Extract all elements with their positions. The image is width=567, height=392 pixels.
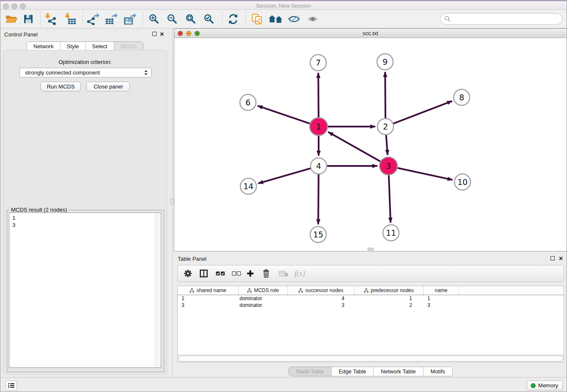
graph-edge-4-14[interactable]	[258, 168, 311, 184]
scrollbar-thumb[interactable]	[178, 356, 563, 362]
tab-style[interactable]: Style	[60, 42, 85, 51]
zoom-out-button[interactable]	[165, 12, 180, 26]
function-builder-button-disabled: f(x)	[295, 269, 305, 278]
graph-edge-1-7[interactable]	[318, 73, 319, 117]
search-input[interactable]	[440, 13, 562, 25]
close-panel-button[interactable]: Close panel	[86, 82, 130, 91]
toolbar-separator	[143, 12, 143, 26]
graph-edge-4-15[interactable]	[318, 174, 319, 224]
graph-edge-2-9[interactable]	[385, 72, 385, 118]
export-table-button[interactable]	[104, 12, 119, 26]
table-cell-shared_name: 3	[178, 302, 239, 309]
table-panel-tabs: Node Table Edge Table Network Table Moti…	[289, 367, 453, 376]
export-network-button[interactable]	[85, 12, 101, 26]
column-header-mcds-role[interactable]: MCDS role	[239, 286, 288, 295]
table-settings-button[interactable]	[184, 269, 192, 278]
control-panel-float-button[interactable]	[152, 32, 157, 36]
table-header-row: shared name MCDS role	[178, 286, 564, 295]
create-column-button[interactable]	[247, 270, 254, 277]
graph-node-label-14: 14	[243, 182, 253, 191]
select-all-columns-button[interactable]	[216, 271, 225, 276]
criterion-dropdown-value: strongly connected component	[25, 69, 100, 76]
column-header-successor-nodes[interactable]: successor nodes	[288, 286, 355, 295]
control-panel-title: Control Panel	[4, 31, 38, 38]
window-title: Session: New Session	[0, 3, 567, 9]
import-network-icon	[44, 13, 56, 25]
open-file-button[interactable]	[4, 12, 19, 26]
show-all-button[interactable]	[305, 12, 320, 26]
graph-edge-3-11[interactable]	[389, 175, 391, 223]
graph-node-label-1: 1	[316, 122, 321, 131]
column-header-shared-name[interactable]: shared name	[178, 286, 239, 295]
status-bar: Memory	[0, 377, 567, 392]
network-window-resize-grip[interactable]	[367, 248, 374, 251]
column-header-name[interactable]: name	[424, 286, 459, 295]
zoom-selected-button[interactable]	[201, 12, 217, 26]
zoom-out-icon	[166, 13, 178, 25]
task-history-button[interactable]	[6, 381, 17, 390]
table-cell-successor_nodes: 4	[288, 295, 355, 302]
table-toolbar: f(x)	[177, 265, 564, 282]
tab-network-table[interactable]: Network Table	[373, 367, 423, 376]
table-cell-successor_nodes: 3	[288, 302, 355, 309]
control-panel-close-button[interactable]: ×	[160, 31, 164, 37]
table-panel-float-button[interactable]	[550, 256, 555, 260]
graph-edge-2-3[interactable]	[386, 135, 388, 155]
table-body: 1dominator4113dominator323	[178, 295, 564, 309]
graph-edge-2-8[interactable]	[394, 101, 452, 124]
duplicate-network-button[interactable]	[249, 12, 264, 26]
delete-table-button-disabled	[279, 270, 288, 277]
graph-edge-3-1[interactable]	[328, 132, 380, 161]
tab-select[interactable]: Select	[85, 42, 114, 51]
tab-network[interactable]: Network	[27, 42, 60, 51]
table-cell-mcds_role: dominator	[239, 302, 288, 309]
graph-node-label-3: 3	[386, 161, 391, 171]
criterion-dropdown[interactable]: strongly connected component	[19, 68, 151, 77]
table-panel-close-button[interactable]: ×	[559, 256, 563, 262]
attribute-icon	[247, 288, 252, 293]
delete-column-button[interactable]	[263, 269, 270, 278]
tab-motifs[interactable]: Motifs	[423, 367, 452, 376]
import-table-button[interactable]	[63, 12, 78, 26]
tab-node-table[interactable]: Node Table	[289, 367, 331, 376]
run-mcds-button[interactable]: Run MCDS	[41, 82, 81, 91]
table-cell-name: 3	[424, 302, 459, 309]
table-cell-mcds_role: dominator	[239, 295, 288, 302]
tab-edge-table[interactable]: Edge Table	[331, 367, 373, 376]
network-canvas[interactable]: 1234678910111415	[174, 38, 567, 251]
graph-node-label-8: 8	[459, 93, 464, 102]
unselect-all-columns-button[interactable]	[232, 271, 241, 276]
network-window-titlebar[interactable]: × − + scc.txt	[174, 29, 567, 38]
tab-mcds[interactable]: MCDS	[114, 42, 143, 51]
mcds-result-line: 1	[9, 213, 161, 221]
refresh-view-button[interactable]	[226, 12, 241, 26]
import-network-button[interactable]	[43, 12, 58, 26]
duplicate-network-icon	[252, 14, 262, 25]
export-image-button[interactable]	[122, 12, 138, 26]
graph-edge-1-6[interactable]	[258, 106, 310, 124]
memory-label: Memory	[538, 382, 558, 389]
zoom-in-button[interactable]	[146, 12, 162, 26]
open-folder-icon	[5, 14, 18, 24]
graph-node-label-9: 9	[383, 57, 388, 66]
list-icon	[8, 383, 14, 388]
graph-node-label-10: 10	[457, 177, 468, 187]
column-header-predecessor-nodes[interactable]: predecessor nodes	[355, 286, 424, 295]
graph-node-label-2: 2	[383, 122, 388, 131]
mcds-result-scrollbar[interactable]	[155, 213, 160, 367]
table-horizontal-scrollbar[interactable]	[177, 355, 564, 362]
first-neighbors-button[interactable]	[268, 12, 283, 26]
node-table: shared name MCDS role	[177, 286, 564, 355]
zoom-fit-button[interactable]	[183, 12, 198, 26]
panel-splitter-grip[interactable]	[170, 199, 174, 204]
table-row[interactable]: 3dominator323	[178, 302, 564, 309]
memory-button[interactable]: Memory	[527, 381, 563, 390]
show-column-button[interactable]	[200, 270, 208, 278]
mcds-result-textarea[interactable]: 1 3	[9, 213, 161, 368]
graph-node-label-4: 4	[316, 161, 321, 171]
table-row[interactable]: 1dominator411	[178, 295, 564, 302]
hide-selection-button[interactable]	[286, 12, 302, 26]
zoom-in-icon	[148, 13, 160, 25]
save-session-button[interactable]	[21, 12, 36, 26]
graph-edge-3-10[interactable]	[398, 168, 453, 180]
